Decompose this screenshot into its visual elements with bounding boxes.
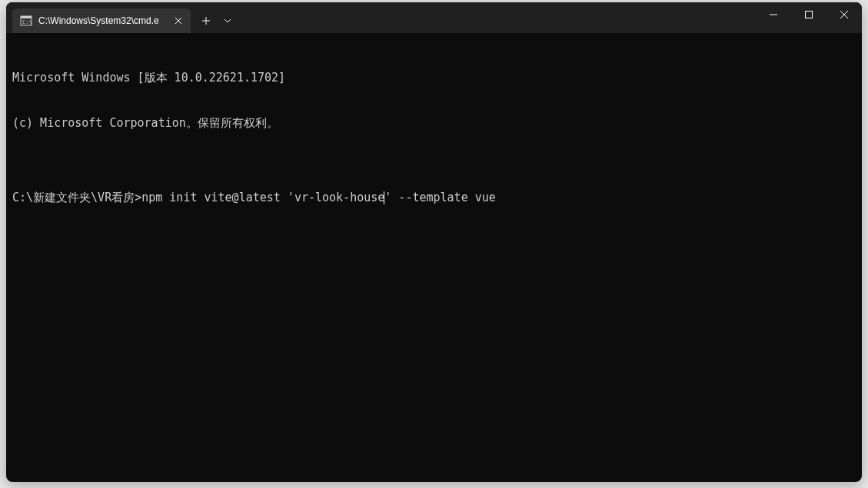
active-tab[interactable]: C:\ C:\Windows\System32\cmd.e <box>12 8 191 33</box>
command-text: ' --template vue <box>384 191 496 204</box>
maximize-button[interactable] <box>791 2 826 27</box>
minimize-button[interactable] <box>756 2 791 27</box>
tab-title: C:\Windows\System32\cmd.e <box>38 15 166 26</box>
terminal-output-line: Microsoft Windows [版本 10.0.22621.1702] <box>12 71 856 86</box>
window-controls <box>756 2 862 27</box>
tab-dropdown-button[interactable] <box>218 8 237 33</box>
terminal-content[interactable]: Microsoft Windows [版本 10.0.22621.1702] (… <box>6 33 862 244</box>
svg-text:C:\: C:\ <box>22 19 32 25</box>
svg-rect-1 <box>21 16 32 18</box>
titlebar[interactable]: C:\ C:\Windows\System32\cmd.e <box>6 2 862 33</box>
tab-area: C:\ C:\Windows\System32\cmd.e <box>6 2 237 33</box>
svg-rect-8 <box>806 12 813 18</box>
command-text: npm init vite@latest 'vr-look-house <box>141 191 384 204</box>
terminal-output-line: (c) Microsoft Corporation。保留所有权利。 <box>12 116 856 131</box>
terminal-window: C:\ C:\Windows\System32\cmd.e <box>6 2 862 482</box>
prompt-path: C:\新建文件夹\VR看房> <box>12 191 141 204</box>
close-window-button[interactable] <box>826 2 862 27</box>
cmd-icon: C:\ <box>20 15 32 27</box>
close-tab-icon[interactable] <box>172 15 185 27</box>
terminal-prompt-line: C:\新建文件夹\VR看房>npm init vite@latest 'vr-l… <box>12 191 856 206</box>
new-tab-button[interactable] <box>194 8 218 33</box>
